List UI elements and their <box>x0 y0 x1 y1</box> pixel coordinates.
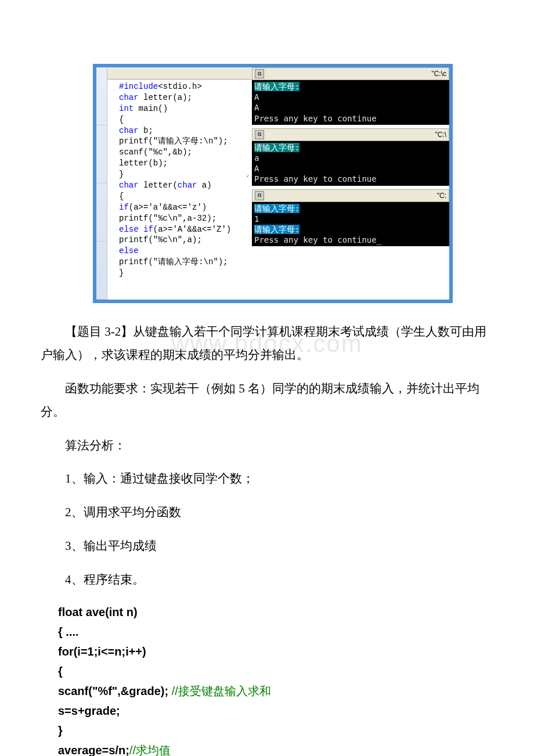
console-path: "C:\c <box>431 70 446 78</box>
console-output-area: ⧉"C:\c请输入字母:AAPress any key to continue⧉… <box>252 67 449 300</box>
editor-toolbar <box>107 67 252 80</box>
snippet-line: float ave(int n) <box>58 602 493 622</box>
resize-handle-icon: ↙ <box>246 172 250 180</box>
snippet-line: s=s+grade; <box>58 701 493 721</box>
problem-statement: 【题目 3-2】从键盘输入若干个同学计算机课程期末考试成绩（学生人数可由用户输入… <box>41 321 493 367</box>
step-2: 2、调用求平均分函数 <box>41 501 493 524</box>
ide-sidebar-sliver <box>96 67 107 300</box>
step-1: 1、输入：通过键盘接收同学个数； <box>41 467 493 491</box>
cmd-icon: ⧉ <box>255 69 264 78</box>
step-3: 3、输出平均成绩 <box>41 535 493 558</box>
console-titlebar: ⧉"C:\ <box>252 128 449 141</box>
console-window: ⧉"C:请输入字母:1请输入字母:Press any key to contin… <box>252 189 449 247</box>
console-titlebar: ⧉"C: <box>252 189 449 202</box>
console-path: "C:\ <box>435 131 446 139</box>
console-path: "C: <box>437 192 446 200</box>
snippet-line: } <box>58 721 493 740</box>
console-output: 请输入字母:AAPress any key to continue <box>252 80 449 125</box>
code-editor-pane: ↙ #include<stdio.h>char letter(a);int ma… <box>107 67 252 300</box>
cmd-icon: ⧉ <box>255 130 264 139</box>
cmd-icon: ⧉ <box>255 191 264 200</box>
pseudocode-snippet: float ave(int n) { .... for(i=1;i<=n;i++… <box>58 602 493 756</box>
algorithm-heading: 算法分析： <box>41 434 493 458</box>
document-page: ↙ #include<stdio.h>char letter(a);int ma… <box>0 0 534 756</box>
ide-screenshot: ↙ #include<stdio.h>char letter(a);int ma… <box>93 64 453 303</box>
console-window: ⧉"C:\c请输入字母:AAPress any key to continue <box>252 67 449 125</box>
snippet-line: scanf("%f",&grade); //接受键盘输入求和 <box>58 681 493 701</box>
snippet-line: for(i=1;i<=n;i++) <box>58 642 493 661</box>
snippet-line: { <box>58 661 493 681</box>
snippet-line: average=s/n;//求均值 <box>58 740 493 756</box>
function-requirement: 函数功能要求：实现若干（例如 5 名）同学的的期末成绩输入，并统计出平均分。 <box>41 377 493 424</box>
snippet-line: { .... <box>58 622 493 642</box>
console-output: 请输入字母:aAPress any key to continue <box>252 141 449 186</box>
console-titlebar: ⧉"C:\c <box>252 67 449 80</box>
step-4: 4、程序结束。 <box>41 568 493 592</box>
source-code: #include<stdio.h>char letter(a);int main… <box>119 81 248 279</box>
console-output: 请输入字母:1请输入字母:Press any key to continue_ <box>252 202 449 247</box>
console-window: ⧉"C:\请输入字母:aAPress any key to continue <box>252 128 449 186</box>
watermark-container: 【题目 3-2】从键盘输入若干个同学计算机课程期末考试成绩（学生人数可由用户输入… <box>41 321 493 367</box>
